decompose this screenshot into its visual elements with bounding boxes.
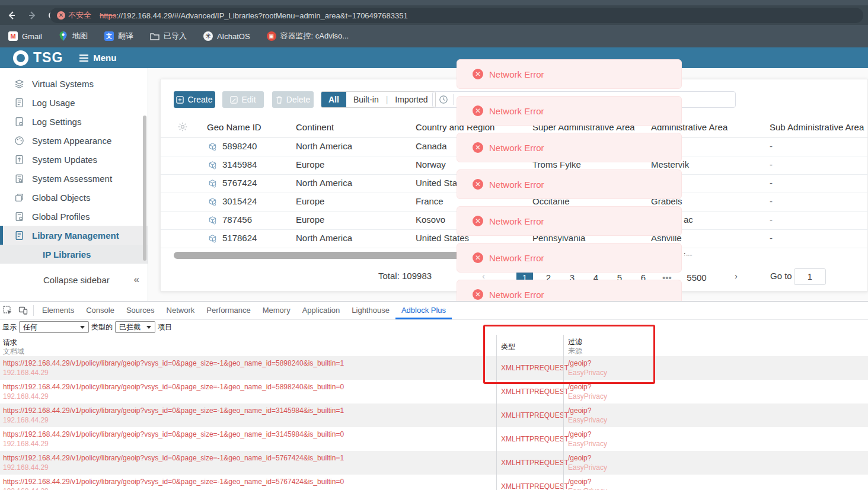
clock-icon[interactable] [439,95,448,104]
not-secure-badge[interactable]: ✕ 不安全 [57,10,91,21]
sidebar-item-global-objects[interactable]: Global Objects [0,188,148,207]
cell-country: Norway [416,159,446,169]
sidebar-item-log-settings[interactable]: Log Settings [0,112,148,131]
cell-sub-admin: - [770,178,773,188]
cell-sub-admin: - [770,233,773,243]
devtools-tab-network[interactable]: Network [161,302,201,319]
col-sub-admin[interactable]: Sub Administrative Area [770,122,864,132]
devtools-tab-sources[interactable]: Sources [120,302,161,319]
edit-button[interactable]: Edit [222,91,264,108]
sidebar-scrollbar[interactable] [143,116,146,261]
tab-all[interactable]: All [321,92,346,107]
request-row[interactable]: https://192.168.44.29/v1/policy/library/… [0,380,868,403]
hamburger-icon [79,53,88,63]
page-last[interactable]: 5500 [682,271,711,285]
collapse-chevron-icon[interactable]: « [134,274,139,286]
sidebar-item-virtual-systems[interactable]: Virtual Systems [0,74,148,93]
abp-filter-row: 显示 任何 类型的 已拦截 项目 [0,319,868,335]
cell-country: Canada [416,141,447,151]
cell-continent: North America [296,141,352,151]
create-button[interactable]: Create [174,91,215,108]
request-row[interactable]: https://192.168.44.29/v1/policy/library/… [0,451,868,475]
inspect-element-icon[interactable] [0,303,15,318]
col-continent[interactable]: Continent [296,122,334,132]
state-filter-select[interactable]: 已拦截 [115,321,155,333]
cell-id: 787456 [222,214,252,225]
profile-gear-icon [14,212,24,222]
bookmark-gmail[interactable]: M Gmail [8,31,42,41]
devtools-tabbar: Elements Console Sources Network Perform… [0,302,868,320]
bookmark-cadvisor[interactable]: ▣ 容器监控: cAdviso... [267,31,349,41]
sidebar-subitem-ip-libraries[interactable]: IP Libraries [0,245,148,264]
error-circle-icon: ✕ [473,252,483,263]
sidebar-item-label: System Assessment [32,174,112,184]
goto-page-input[interactable] [794,268,826,285]
delete-button[interactable]: Delete [272,91,314,108]
bookmark-translate[interactable]: 文 翻译 [104,31,133,41]
devtools-tab-memory[interactable]: Memory [257,302,296,319]
bookmark-imported-folder[interactable]: 已导入 [150,31,187,41]
sidebar-item-system-updates[interactable]: System Updates [0,150,148,169]
window-top-strip [0,0,868,5]
log-gear-icon [14,117,24,127]
request-row[interactable]: https://192.168.44.29/v1/policy/library/… [0,475,868,490]
network-error-toast: ✕Network Error [457,133,682,162]
cell-id: 3145984 [222,159,257,169]
network-error-toast: ✕Network Error [457,169,682,199]
sidebar-item-system-appearance[interactable]: System Appearance [0,131,148,150]
devtools-tab-console[interactable]: Console [80,302,120,319]
device-toolbar-icon[interactable] [15,303,31,318]
devtools-tab-adblock-plus[interactable]: Adblock Plus [395,302,452,319]
menu-label: Menu [93,53,116,63]
geo-cube-icon [208,234,217,244]
bookmark-label: AIchatOS [217,32,250,41]
devtools-tab-lighthouse[interactable]: Lighthouse [346,302,395,319]
app-header: TSG Menu [0,47,868,68]
request-row[interactable]: https://192.168.44.29/v1/policy/library/… [0,427,868,451]
sidebar-item-global-profiles[interactable]: Global Profiles [0,207,148,226]
bookmark-label: 地图 [72,31,88,41]
devtools-tab-elements[interactable]: Elements [36,302,80,319]
address-bar[interactable]: ✕ 不安全 https://192.168.44.29/#/Advanced/I… [50,8,863,23]
cell-country: United Stat [416,178,459,188]
bookmark-maps[interactable]: 地图 [59,31,88,41]
collapse-sidebar[interactable]: Collapse sidebar « [0,274,148,286]
request-type: XMLHTTPREQUEST [501,482,569,490]
tab-imported[interactable]: Imported [388,92,435,107]
request-row[interactable]: https://192.168.44.29/v1/policy/library/… [0,356,868,380]
create-label: Create [187,95,212,104]
geo-cube-icon [208,161,217,170]
geo-cube-icon [208,142,217,152]
sidebar: Virtual Systems Log Usage Log Settings S… [0,68,148,301]
cell-id: 3015424 [222,196,257,206]
back-icon[interactable] [4,8,20,23]
devtools-tab-performance[interactable]: Performance [200,302,256,319]
cell-country: Kosovo [416,214,445,225]
request-domain: 192.168.44.29 [3,369,49,377]
sidebar-item-library-management[interactable]: Library Management [0,226,148,245]
column-settings-gear-icon[interactable] [177,121,188,132]
toast-message: Network Error [489,216,544,226]
type-filter-select[interactable]: 任何 [19,321,89,333]
sidebar-item-system-assessment[interactable]: System Assessment [0,169,148,188]
browser-toolbar: ✕ 不安全 https://192.168.44.29/#/Advanced/I… [0,5,868,25]
palette-icon [14,136,24,146]
sidebar-item-label: Virtual Systems [32,79,94,89]
forward-icon[interactable] [24,8,40,23]
url-rest: ://192.168.44.29/#/Advanced/IP_Libraries… [116,11,408,20]
request-url: https://192.168.44.29/v1/policy/library/… [3,430,344,438]
layers-icon [14,79,24,89]
geo-cube-icon [208,216,217,225]
maps-pin-icon [59,31,68,41]
sidebar-item-log-usage[interactable]: Log Usage [0,93,148,112]
request-row[interactable]: https://192.168.44.29/v1/policy/library/… [0,403,868,427]
next-page-icon[interactable]: › [735,271,738,281]
pencil-icon [230,96,238,104]
bookmark-aichatos[interactable]: ✳ AIchatOS [203,31,250,41]
cell-id: 5178624 [222,233,257,243]
bookmark-label: Gmail [22,32,42,41]
tab-builtin[interactable]: Built-in [346,92,386,107]
col-geo-name-id[interactable]: Geo Name ID [207,122,261,132]
menu-button[interactable]: Menu [79,53,116,63]
devtools-tab-application[interactable]: Application [296,302,346,319]
